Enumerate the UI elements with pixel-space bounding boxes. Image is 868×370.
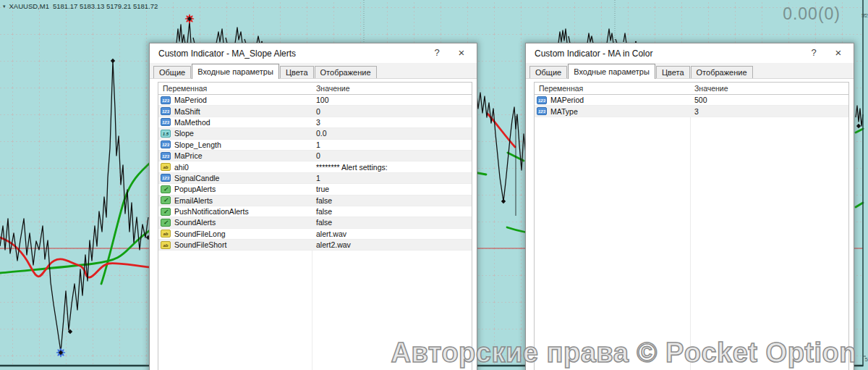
integer-type-icon: [537, 107, 547, 115]
dialog-title: Custom Indicator - MA in Color: [535, 49, 652, 59]
close-button[interactable]: ×: [451, 43, 472, 62]
boolean-type-icon: [161, 196, 171, 204]
param-name: MaShift: [174, 107, 200, 116]
param-value[interactable]: 0: [312, 151, 472, 160]
param-name: SoundFileLong: [174, 230, 226, 238]
table-header: Переменная Значение: [535, 83, 848, 95]
param-value[interactable]: false: [312, 207, 472, 216]
param-value[interactable]: 100: [312, 96, 472, 104]
param-value[interactable]: 1: [312, 174, 472, 182]
param-name: PushNotificationAlerts: [174, 207, 249, 216]
help-button[interactable]: ?: [426, 43, 448, 62]
table-row[interactable]: SoundFileLong alert.wav: [158, 229, 472, 240]
dialog-content: Переменная Значение MaPeriod 100 MaShift…: [150, 79, 477, 370]
table-row[interactable]: MAType 3: [535, 106, 848, 117]
param-name: Slope_Length: [174, 140, 221, 149]
param-name: SoundFileShort: [174, 240, 226, 249]
table-row[interactable]: MaMethod 3: [158, 117, 472, 128]
table-row[interactable]: MaShift 0: [158, 106, 472, 117]
param-value[interactable]: 1: [312, 140, 472, 149]
tab-inputs[interactable]: Входные параметры: [568, 64, 655, 79]
string-type-icon: [161, 163, 171, 171]
column-header-name[interactable]: Переменная: [535, 84, 690, 93]
tab-common[interactable]: Общие: [153, 66, 191, 78]
string-type-icon: [161, 230, 171, 237]
dialog-content: Переменная Значение MAPeriod 500 MAType …: [526, 79, 854, 370]
boolean-type-icon: [161, 219, 171, 227]
integer-type-icon: [161, 152, 171, 160]
table-row[interactable]: MaPrice 0: [158, 151, 472, 161]
double-type-icon: [161, 130, 171, 138]
integer-type-icon: [161, 174, 171, 182]
tab-inputs[interactable]: Входные параметры: [192, 64, 279, 79]
param-name: SignalCandle: [174, 174, 219, 182]
param-name: MaPeriod: [174, 96, 207, 104]
param-value[interactable]: false: [312, 218, 472, 227]
table-row[interactable]: MAPeriod 500: [535, 95, 848, 106]
signal-marker-red-icon[interactable]: [185, 14, 194, 23]
table-header: Переменная Значение: [158, 83, 472, 95]
dialog-titlebar[interactable]: Custom Indicator - MA_Slope Alerts ? ×: [150, 43, 477, 63]
boolean-type-icon: [161, 185, 171, 193]
param-name: Slope: [174, 129, 194, 138]
param-value[interactable]: 0: [312, 107, 472, 116]
param-name: PopupAlerts: [174, 185, 216, 193]
tab-common[interactable]: Общие: [529, 66, 567, 78]
string-type-icon: [161, 241, 171, 249]
parameters-table: Переменная Значение MaPeriod 100 MaShift…: [158, 82, 472, 370]
symbol-label: XAUUSD,M1: [9, 2, 49, 10]
dialog-tabbar: Общие Входные параметры Цвета Отображени…: [526, 63, 854, 79]
param-name: MAPeriod: [550, 96, 584, 104]
table-row[interactable]: EmailAlerts false: [158, 195, 472, 206]
table-row[interactable]: SoundAlerts false: [158, 217, 472, 228]
table-row[interactable]: MaPeriod 100: [158, 95, 472, 106]
tab-visualization[interactable]: Отображение: [315, 66, 377, 78]
chart-menu-icon[interactable]: ▾: [3, 4, 6, 9]
param-value[interactable]: true: [312, 185, 472, 193]
param-value[interactable]: 3: [312, 118, 472, 127]
table-row[interactable]: SignalCandle 1: [158, 173, 472, 184]
price-scale-label: 52: [861, 12, 868, 19]
param-name: MaMethod: [174, 118, 210, 127]
watermark-text: Авторские права © Pocket Option: [391, 337, 856, 369]
column-header-value[interactable]: Значение: [690, 84, 848, 93]
dialog-tabbar: Общие Входные параметры Цвета Отображени…: [150, 63, 477, 79]
param-value[interactable]: ******** Alert settings:: [312, 163, 472, 172]
dialog-ma-in-color: Custom Indicator - MA in Color ? × Общие…: [525, 43, 854, 370]
integer-type-icon: [161, 118, 171, 126]
table-row[interactable]: PushNotificationAlerts false: [158, 206, 472, 217]
table-row[interactable]: Slope_Length 1: [158, 140, 472, 151]
price-scale-label: 5: [865, 356, 868, 363]
table-row[interactable]: Slope 0.0: [158, 128, 472, 139]
signal-marker-blue-icon[interactable]: [56, 348, 65, 357]
param-value[interactable]: 3: [690, 107, 848, 116]
help-button[interactable]: ?: [803, 43, 825, 62]
dialog-ma-slope-alerts: Custom Indicator - MA_Slope Alerts ? × О…: [149, 43, 477, 370]
symbol-ohlc-bar: ▾ XAUUSD,M1 5181.17 5183.13 5179.21 5181…: [3, 2, 158, 10]
table-row[interactable]: SoundFileShort alert2.wav: [158, 240, 472, 251]
integer-type-icon: [161, 107, 171, 115]
param-value[interactable]: false: [312, 196, 472, 205]
table-row[interactable]: PopupAlerts true: [158, 184, 472, 195]
tab-visualization[interactable]: Отображение: [691, 66, 753, 78]
dialog-titlebar[interactable]: Custom Indicator - MA in Color ? ×: [526, 43, 854, 63]
param-name: MaPrice: [174, 151, 203, 160]
integer-type-icon: [161, 140, 171, 148]
param-value[interactable]: alert2.wav: [312, 240, 472, 249]
boolean-type-icon: [161, 208, 171, 216]
param-name: EmailAlerts: [174, 196, 213, 205]
param-name: ahi0: [174, 163, 189, 172]
param-value[interactable]: alert.wav: [312, 230, 472, 238]
column-header-name[interactable]: Переменная: [158, 84, 312, 93]
param-value[interactable]: 0.0: [312, 129, 472, 138]
param-name: SoundAlerts: [174, 218, 216, 227]
param-value[interactable]: 500: [690, 96, 848, 104]
integer-type-icon: [161, 96, 171, 104]
tab-colors[interactable]: Цвета: [656, 66, 690, 78]
parameters-table: Переменная Значение MAPeriod 500 MAType …: [534, 82, 849, 370]
column-header-value[interactable]: Значение: [312, 84, 472, 93]
close-button[interactable]: ×: [827, 43, 849, 62]
tab-colors[interactable]: Цвета: [280, 66, 314, 78]
ohlc-values: 5181.17 5183.13 5179.21 5181.72: [53, 2, 158, 10]
table-row[interactable]: ahi0 ******** Alert settings:: [158, 161, 472, 172]
